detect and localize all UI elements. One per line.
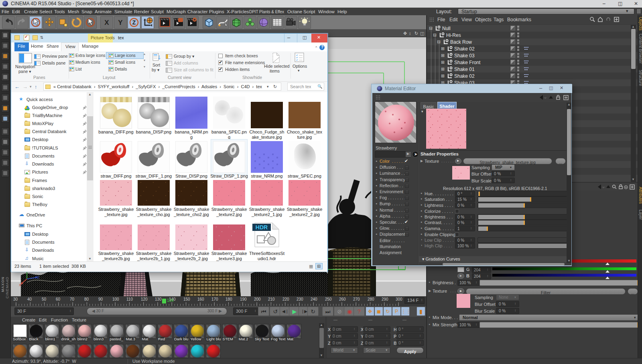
svg-text:X: X: [19, 283, 21, 287]
svg-text:Z: Z: [37, 275, 40, 279]
svg-text:X: X: [104, 19, 109, 26]
svg-text:Z: Z: [132, 19, 136, 26]
svg-text:Y: Y: [118, 19, 123, 26]
